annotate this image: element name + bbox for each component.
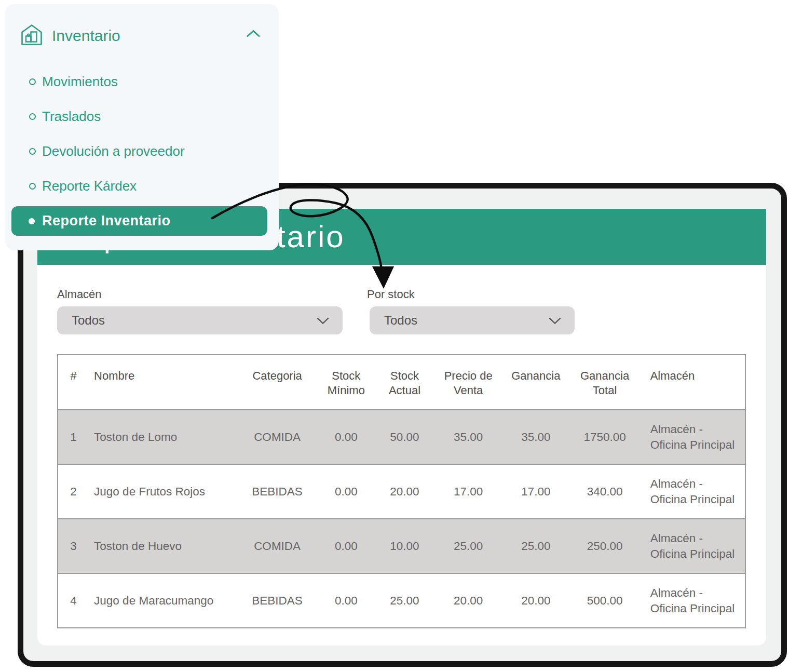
sidebar-item-label: Devolución a proveedor	[42, 143, 185, 159]
cell-ganancia: 20.00	[505, 573, 567, 628]
sidebar-item-label: Movimientos	[42, 74, 118, 90]
chevron-down-icon	[549, 313, 561, 328]
chevron-up-icon[interactable]	[246, 29, 261, 40]
cell-stock-actual: 50.00	[377, 410, 432, 464]
col-nombre: Nombre	[89, 355, 239, 410]
radio-bullet-icon	[29, 113, 36, 120]
warehouse-select[interactable]: Todos	[57, 306, 343, 334]
inventory-table: # Nombre Categoria Stock Mínimo Stock Ac…	[57, 354, 746, 628]
cell-stock-actual: 20.00	[377, 464, 432, 519]
col-stock-actual: Stock Actual	[377, 355, 432, 410]
col-ganancia-total: Ganancia Total	[567, 355, 642, 410]
cell-precio-venta: 35.00	[432, 410, 505, 464]
cell-ganancia: 17.00	[505, 464, 567, 519]
cell-number: 1	[58, 410, 89, 464]
table-header-row: # Nombre Categoria Stock Mínimo Stock Ac…	[58, 355, 745, 410]
cell-ganancia-total: 1750.00	[567, 410, 642, 464]
cell-ganancia: 25.00	[505, 519, 567, 573]
cell-stock-minimo: 0.00	[315, 573, 377, 628]
report-card: Reporte Inventario Almacén Todos Por sto…	[37, 209, 766, 646]
cell-categoria: BEBIDAS	[240, 464, 315, 519]
cell-precio-venta: 17.00	[432, 464, 505, 519]
cell-categoria: BEBIDAS	[240, 573, 315, 628]
cell-stock-minimo: 0.00	[315, 410, 377, 464]
cell-number: 4	[58, 573, 89, 628]
stock-select[interactable]: Todos	[370, 306, 575, 334]
cell-categoria: COMIDA	[240, 410, 315, 464]
col-almacen: Almacén	[643, 355, 745, 410]
cell-ganancia-total: 500.00	[567, 573, 642, 628]
cell-nombre: Toston de Lomo	[89, 410, 239, 464]
col-number: #	[58, 355, 89, 410]
stock-select-value: Todos	[384, 313, 417, 328]
cell-number: 2	[58, 464, 89, 519]
cell-stock-minimo: 0.00	[315, 464, 377, 519]
sidebar-item-label: Reporte Kárdex	[42, 178, 137, 194]
cell-nombre: Toston de Huevo	[89, 519, 239, 573]
table-row: 4 Jugo de Maracumango BEBIDAS 0.00 25.00…	[58, 573, 745, 628]
cell-nombre: Jugo de Frutos Rojos	[89, 464, 239, 519]
cell-precio-venta: 25.00	[432, 519, 505, 573]
table-row: 1 Toston de Lomo COMIDA 0.00 50.00 35.00…	[58, 410, 745, 464]
cell-almacen: Almacén - Oficina Principal	[643, 519, 745, 573]
warehouse-filter-label: Almacén	[57, 288, 102, 301]
sidebar-item-reporte-inventario-active[interactable]: Reporte Inventario	[11, 206, 267, 236]
col-categoria: Categoria	[240, 355, 315, 410]
stock-filter-label: Por stock	[367, 288, 415, 301]
col-ganancia: Ganancia	[505, 355, 567, 410]
cell-almacen: Almacén - Oficina Principal	[643, 410, 745, 464]
cell-nombre: Jugo de Maracumango	[89, 573, 239, 628]
cell-stock-actual: 25.00	[377, 573, 432, 628]
sidebar-item-label: Traslados	[42, 109, 101, 125]
cell-stock-minimo: 0.00	[315, 519, 377, 573]
col-precio-venta: Precio de Venta	[432, 355, 505, 410]
cell-precio-venta: 20.00	[432, 573, 505, 628]
radio-bullet-icon	[29, 183, 36, 190]
cell-ganancia-total: 340.00	[567, 464, 642, 519]
cell-ganancia: 35.00	[505, 410, 567, 464]
radio-bullet-icon	[29, 78, 36, 85]
warehouse-select-value: Todos	[72, 313, 105, 328]
cell-number: 3	[58, 519, 89, 573]
cell-ganancia-total: 250.00	[567, 519, 642, 573]
sidebar-item-devolucion-proveedor[interactable]: Devolución a proveedor	[29, 143, 185, 159]
table-row: 3 Toston de Huevo COMIDA 0.00 10.00 25.0…	[58, 519, 745, 573]
cell-almacen: Almacén - Oficina Principal	[643, 573, 745, 628]
radio-bullet-icon	[29, 148, 36, 155]
warehouse-icon	[20, 23, 44, 49]
sidebar-item-traslados[interactable]: Traslados	[29, 108, 101, 125]
table-row: 2 Jugo de Frutos Rojos BEBIDAS 0.00 20.0…	[58, 464, 745, 519]
chevron-down-icon	[317, 313, 329, 328]
cell-stock-actual: 10.00	[377, 519, 432, 573]
radio-bullet-filled-icon	[29, 218, 35, 224]
cell-categoria: COMIDA	[240, 519, 315, 573]
col-stock-minimo: Stock Mínimo	[315, 355, 377, 410]
cell-almacen: Almacén - Oficina Principal	[643, 464, 745, 519]
sidebar-item-reporte-kardex[interactable]: Reporte Kárdex	[29, 178, 137, 194]
inventory-menu-panel: Inventario Movimientos Traslados Devoluc…	[5, 4, 279, 250]
sidebar-item-movimientos[interactable]: Movimientos	[29, 73, 118, 90]
sidebar-item-label: Reporte Inventario	[42, 213, 171, 229]
menu-title[interactable]: Inventario	[52, 27, 120, 45]
